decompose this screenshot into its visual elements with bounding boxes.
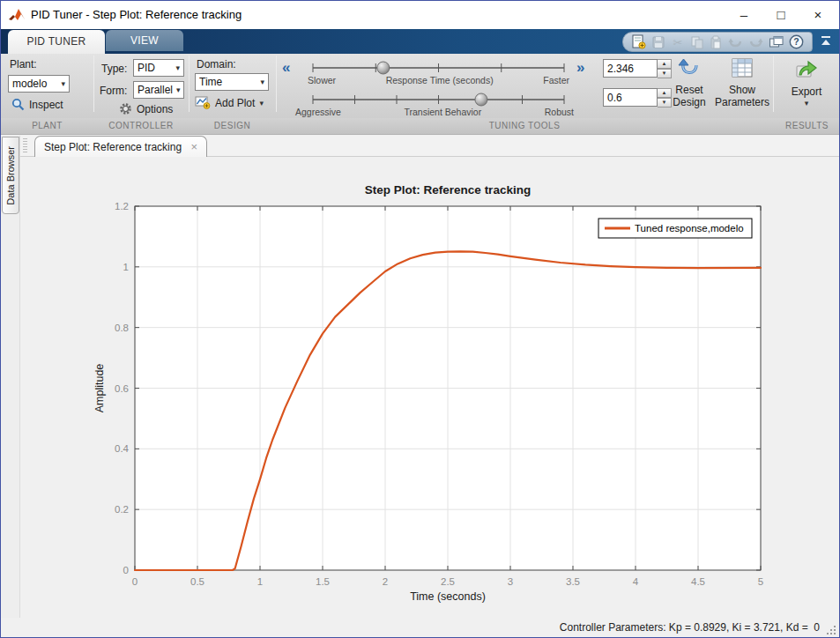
add-plot-icon bbox=[195, 96, 211, 109]
type-dropdown[interactable]: PID ▾ bbox=[133, 59, 184, 77]
svg-text:2: 2 bbox=[383, 576, 388, 587]
minimize-button[interactable]: – bbox=[725, 1, 763, 28]
pid-tuner-window: PID Tuner - Step Plot: Reference trackin… bbox=[0, 0, 840, 638]
domain-dropdown[interactable]: Time ▾ bbox=[195, 73, 269, 91]
step-plot-canvas[interactable]: 00.511.522.533.544.5500.20.40.60.811.2St… bbox=[20, 157, 840, 618]
svg-text:1: 1 bbox=[257, 576, 263, 587]
tab-pid-tuner[interactable]: PID TUNER bbox=[8, 30, 105, 54]
ribbon-section-labels: PLANT CONTROLLER DESIGN TUNING TOOLS RES… bbox=[1, 118, 839, 135]
chevron-down-icon: ▾ bbox=[57, 79, 65, 88]
form-dropdown[interactable]: Parallel ▾ bbox=[133, 81, 184, 99]
chevron-down-icon: ▾ bbox=[173, 85, 181, 94]
chevron-down-icon: ▾ bbox=[780, 99, 833, 108]
export-button[interactable]: Export ▾ bbox=[780, 57, 833, 108]
response-time-input[interactable] bbox=[603, 59, 658, 78]
svg-text:✂: ✂ bbox=[673, 36, 682, 49]
matlab-logo-icon bbox=[8, 7, 26, 23]
undo-arrow-icon bbox=[678, 57, 701, 78]
undo-icon[interactable] bbox=[728, 35, 743, 49]
figure-area: 00.511.522.533.544.5500.20.40.60.811.2St… bbox=[20, 157, 840, 618]
section-controller: CONTROLLER bbox=[93, 121, 189, 130]
tab-close-icon[interactable]: × bbox=[183, 140, 197, 153]
chevron-down-icon: ▾ bbox=[256, 78, 264, 86]
svg-text:0: 0 bbox=[123, 565, 129, 575]
export-icon bbox=[793, 57, 820, 80]
svg-text:1: 1 bbox=[123, 262, 129, 272]
collapse-ribbon-icon[interactable] bbox=[818, 33, 834, 49]
slider-label-faster: Faster bbox=[543, 75, 569, 85]
form-label: Form: bbox=[100, 85, 127, 97]
magnifier-icon bbox=[11, 98, 25, 111]
maximize-button[interactable]: □ bbox=[762, 1, 800, 28]
reset-design-button[interactable]: Reset Design bbox=[665, 57, 714, 109]
controller-parameters-text: Controller Parameters: Kp = 0.8929, Ki =… bbox=[560, 621, 820, 634]
inspect-button[interactable]: Inspect bbox=[11, 98, 63, 111]
svg-text:Step Plot: Reference tracking: Step Plot: Reference tracking bbox=[365, 183, 531, 197]
redo-icon[interactable] bbox=[748, 35, 763, 49]
copy-icon[interactable] bbox=[690, 35, 704, 49]
chart-grid bbox=[135, 206, 761, 570]
svg-text:0.6: 0.6 bbox=[115, 383, 129, 394]
title-bar: PID Tuner - Step Plot: Reference trackin… bbox=[1, 1, 839, 29]
svg-text:4.5: 4.5 bbox=[691, 576, 705, 587]
add-plot-button[interactable]: Add Plot ▾ bbox=[195, 96, 264, 109]
section-plant: PLANT bbox=[1, 121, 93, 130]
svg-text:Time (seconds): Time (seconds) bbox=[410, 590, 486, 603]
show-parameters-button[interactable]: Show Parameters bbox=[715, 57, 769, 109]
window-layout-icon[interactable] bbox=[769, 35, 784, 49]
svg-text:Amplitude: Amplitude bbox=[93, 364, 106, 413]
options-button[interactable]: Options bbox=[119, 102, 173, 115]
svg-text:0: 0 bbox=[132, 576, 138, 587]
svg-text:1.2: 1.2 bbox=[115, 201, 129, 211]
section-tuning-tools: TUNING TOOLS bbox=[276, 121, 773, 130]
cut-icon[interactable]: ✂ bbox=[671, 35, 685, 49]
svg-text:3: 3 bbox=[508, 576, 513, 587]
section-design: DESIGN bbox=[189, 121, 276, 130]
ribbon: Plant: modelo ▾ Inspect Type: PID ▾ Form… bbox=[1, 54, 839, 118]
tab-view[interactable]: VIEW bbox=[106, 30, 183, 51]
window-title: PID Tuner - Step Plot: Reference trackin… bbox=[31, 8, 242, 21]
transient-behavior-input[interactable] bbox=[603, 88, 658, 107]
new-script-icon[interactable] bbox=[631, 34, 646, 49]
document-tab-bar: Step Plot: Reference tracking × bbox=[20, 136, 840, 157]
gear-icon bbox=[119, 102, 132, 115]
svg-text:2.5: 2.5 bbox=[441, 576, 455, 587]
tab-drag-grip[interactable] bbox=[23, 138, 27, 153]
resize-grip[interactable] bbox=[827, 626, 836, 634]
close-button[interactable]: × bbox=[799, 1, 837, 28]
type-label: Type: bbox=[101, 63, 127, 75]
slider-label-slower: Slower bbox=[308, 75, 336, 85]
svg-text:0.4: 0.4 bbox=[115, 443, 130, 454]
chart-legend[interactable]: Tuned response,modelo bbox=[598, 219, 752, 238]
save-icon[interactable] bbox=[651, 35, 665, 49]
slider-label-response-time: Response Time (seconds) bbox=[336, 75, 543, 85]
svg-text:3.5: 3.5 bbox=[566, 576, 580, 587]
plant-dropdown[interactable]: modelo ▾ bbox=[8, 75, 70, 93]
parameters-table-icon bbox=[731, 57, 754, 78]
slider-page-right-button[interactable]: » bbox=[576, 59, 584, 77]
step-plot-tab[interactable]: Step Plot: Reference tracking × bbox=[34, 136, 207, 157]
svg-text:5: 5 bbox=[758, 576, 763, 587]
ribbon-tab-strip: PID TUNER VIEW ✂ bbox=[1, 29, 839, 54]
svg-text:1.5: 1.5 bbox=[316, 576, 330, 587]
slider-label-transient: Transient Behavior bbox=[341, 107, 545, 117]
help-icon[interactable]: ? bbox=[789, 34, 804, 49]
svg-text:0.5: 0.5 bbox=[190, 576, 204, 587]
quick-access-toolbar: ✂ bbox=[622, 32, 813, 52]
svg-text:4: 4 bbox=[633, 576, 639, 587]
svg-text:0.2: 0.2 bbox=[115, 504, 129, 515]
status-bar: Controller Parameters: Kp = 0.8929, Ki =… bbox=[1, 618, 839, 637]
slider-label-robust: Robust bbox=[545, 107, 574, 117]
plant-label: Plant: bbox=[10, 58, 37, 70]
svg-text:Tuned response,modelo: Tuned response,modelo bbox=[635, 223, 744, 234]
chevron-down-icon: ▾ bbox=[172, 63, 180, 72]
section-results: RESULTS bbox=[773, 121, 840, 130]
left-panel-strip: Data Browser bbox=[1, 136, 20, 618]
slider-label-aggressive: Aggressive bbox=[295, 107, 341, 117]
domain-label: Domain: bbox=[197, 58, 236, 70]
paste-icon[interactable] bbox=[709, 35, 723, 49]
svg-text:0.8: 0.8 bbox=[115, 323, 129, 333]
chevron-down-icon: ▾ bbox=[259, 99, 264, 108]
slider-page-left-button[interactable]: « bbox=[282, 59, 290, 77]
data-browser-tab[interactable]: Data Browser bbox=[2, 137, 19, 214]
